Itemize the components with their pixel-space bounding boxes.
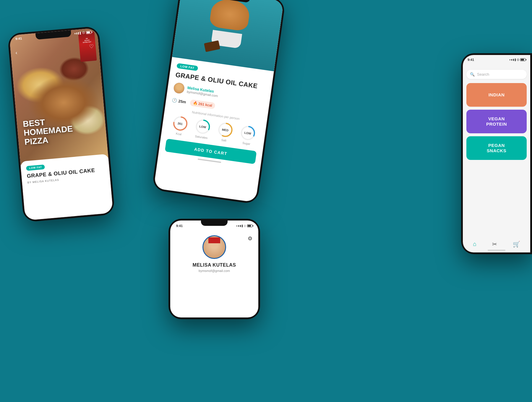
notch-3 bbox=[201, 221, 228, 226]
low-fat-badge-1: LOW FAT bbox=[26, 164, 45, 171]
nav-fork-icon[interactable]: ✂ bbox=[492, 241, 497, 248]
pizza-text: BEST HOMEMADE PIZZA bbox=[22, 115, 74, 147]
phone-2: LOW FAT GRAPE & OLIU OIL CAKE Melisa Kut… bbox=[152, 0, 286, 205]
nav-home-icon[interactable]: ⌂ bbox=[473, 241, 476, 248]
circle-kcal: 261 Kcal bbox=[171, 115, 189, 137]
settings-icon[interactable]: ⚙ bbox=[248, 235, 252, 242]
kcal-pill: 🔥 261 kcal bbox=[190, 99, 215, 109]
circle-kcal-value: 261 bbox=[171, 115, 189, 132]
time-meta: 🕐 25m bbox=[172, 98, 186, 104]
low-fat-badge-2: LOW FAT bbox=[176, 63, 198, 71]
phone2-content: LOW FAT GRAPE & OLIU OIL CAKE Melisa Kut… bbox=[158, 57, 274, 173]
time-4: 9:41 bbox=[468, 58, 474, 61]
category-pegan-label: PEGANSNACKS bbox=[487, 143, 506, 153]
time-3: 9:41 bbox=[176, 224, 183, 228]
time-1: 9:41 bbox=[15, 36, 22, 40]
phone1-card: LOW FAT GRAPE & OLIU OIL CAKE BY MELISA … bbox=[20, 154, 113, 221]
time-value: 25m bbox=[178, 99, 186, 104]
circle-salt-value: MED bbox=[217, 121, 234, 139]
circle-kcal-label: Kcal bbox=[176, 132, 182, 136]
nav-cart-icon[interactable]: 🛒 bbox=[513, 241, 520, 248]
circle-sat-label: Saturates bbox=[195, 134, 208, 140]
clock-icon: 🕐 bbox=[172, 98, 177, 103]
phone-4: 9:41 ☉ 🔍 Search INDIAN VE bbox=[461, 53, 532, 254]
sauce-bottle: SRSAUCEEXTRA HOT bbox=[78, 31, 97, 62]
circle-saturates: LOW Saturates bbox=[193, 118, 211, 140]
category-indian-label: INDIAN bbox=[489, 92, 505, 98]
circle-salt-label: Salt bbox=[221, 138, 227, 142]
heart-button[interactable]: ♡ bbox=[89, 43, 94, 50]
home-indicator-2 bbox=[198, 158, 221, 163]
profile-avatar bbox=[202, 235, 226, 259]
home-indicator-4 bbox=[488, 250, 505, 251]
circle-salt: MED Salt bbox=[216, 121, 234, 143]
search-icon: 🔍 bbox=[470, 72, 475, 77]
profile-email: bymsmof@gmail.com bbox=[199, 269, 230, 273]
category-pegan[interactable]: PEGANSNACKS bbox=[466, 136, 527, 160]
category-list: INDIAN VEGANPROTEIN PEGANSNACKS bbox=[463, 83, 530, 160]
search-placeholder: Search bbox=[477, 72, 489, 77]
circle-sugar-label: Sugar bbox=[242, 141, 250, 146]
category-vegan-label: VEGANPROTEIN bbox=[486, 116, 507, 127]
bottom-nav: ⌂ ✂ 🛒 bbox=[463, 241, 530, 248]
category-indian[interactable]: INDIAN bbox=[466, 83, 527, 107]
category-vegan[interactable]: VEGANPROTEIN bbox=[466, 110, 527, 133]
circle-sugar-value: LOW bbox=[239, 124, 257, 142]
circle-sat-value: LOW bbox=[194, 118, 212, 135]
profile-name: MELISA KUTELAS bbox=[193, 262, 236, 268]
circle-sugar: LOW Sugar bbox=[239, 124, 257, 146]
author-avatar bbox=[173, 82, 185, 94]
status-bar-4: 9:41 ☉ bbox=[463, 58, 530, 61]
pizza-image: SRSAUCEEXTRA HOT ‹ ♡ BEST HOMEMADE PIZZA bbox=[9, 28, 108, 165]
author-info: Melisa Kutelas bymsmof@gmail.com bbox=[187, 85, 219, 98]
search-bar[interactable]: 🔍 Search bbox=[466, 70, 527, 79]
phone-1: 9:41 ☉ SRSAUCEEXTRA HOT ‹ bbox=[7, 26, 115, 223]
phone-3: 9:41 ☉ ⚙ MELISA KUT bbox=[168, 219, 260, 319]
